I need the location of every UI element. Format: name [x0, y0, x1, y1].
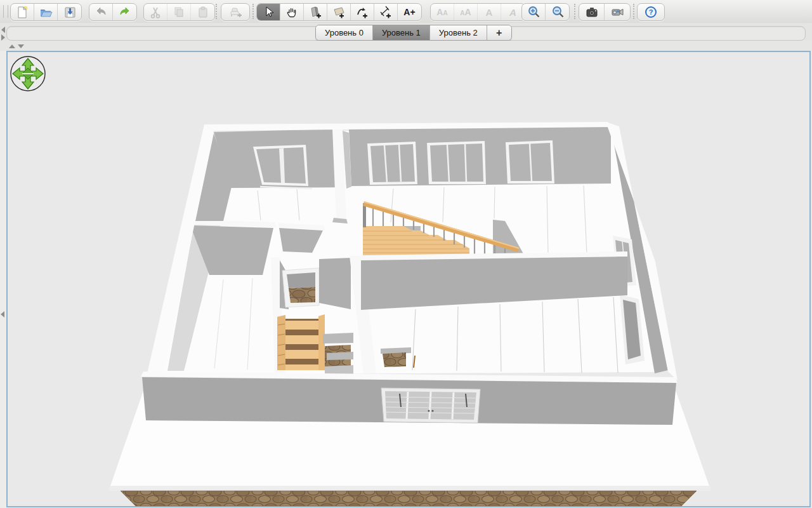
- video-camera-icon: [610, 5, 624, 19]
- collapse-up-icon[interactable]: [9, 44, 15, 48]
- toolbar-separator: [574, 4, 575, 19]
- font-decrease-icon: AA: [436, 7, 447, 17]
- open-file-button[interactable]: [34, 4, 58, 20]
- level-tabs: Уровень 0 Уровень 1 Уровень 2 +: [315, 25, 512, 41]
- zoom-in-button[interactable]: [522, 4, 546, 20]
- increase-text-size-button[interactable]: AA: [454, 4, 478, 20]
- armchair-plus-icon: [228, 5, 242, 19]
- pan-tool-button[interactable]: [280, 4, 304, 20]
- create-video-button[interactable]: [605, 4, 630, 20]
- tab-level-1[interactable]: Уровень 1: [373, 25, 430, 40]
- tab-level-0[interactable]: Уровень 0: [316, 25, 373, 40]
- polyline-plus-icon: [355, 5, 369, 19]
- back-window-3: [427, 141, 486, 184]
- italic-icon: A: [509, 7, 516, 18]
- collapse-right-icon[interactable]: [1, 34, 5, 41]
- toolbar-separator: [252, 4, 254, 19]
- tab-level-2[interactable]: Уровень 2: [430, 25, 487, 40]
- back-window-2: [367, 142, 417, 185]
- toolbar-drag-handle[interactable]: [3, 5, 8, 18]
- toolbar-group-file: [10, 3, 82, 21]
- stair-newel-post: [363, 203, 366, 227]
- paste-icon: [196, 5, 210, 19]
- toolbar-group-clipboard: [143, 3, 215, 21]
- 3d-view-panel[interactable]: [6, 51, 811, 507]
- dimension-plus-icon: [379, 5, 393, 19]
- svg-text:?: ?: [649, 8, 653, 16]
- new-file-icon: [15, 5, 29, 19]
- font-increase-icon: AA: [460, 7, 471, 17]
- toolbar-group-plan-tools: A+: [256, 3, 422, 21]
- hand-icon: [285, 5, 299, 19]
- toolbar-group-zoom: [521, 3, 570, 21]
- decrease-text-size-button[interactable]: AA: [431, 4, 454, 20]
- vertical-split-divider[interactable]: [0, 51, 6, 508]
- camera-icon: [585, 5, 599, 19]
- redo-button[interactable]: [113, 4, 136, 20]
- zoom-in-icon: [527, 5, 540, 19]
- toolbar-group-capture: [579, 3, 631, 21]
- select-tool-button[interactable]: [257, 4, 280, 20]
- back-window-4: [506, 140, 554, 184]
- toolbar-group-help: ?: [637, 3, 665, 21]
- create-walls-button[interactable]: [304, 4, 327, 20]
- zoom-out-icon: [551, 5, 565, 19]
- create-rooms-button[interactable]: [327, 4, 351, 20]
- create-dimensions-button[interactable]: [374, 4, 398, 20]
- create-polylines-button[interactable]: [351, 4, 374, 20]
- collapse-down-icon[interactable]: [18, 44, 24, 48]
- navigation-compass[interactable]: [11, 57, 45, 91]
- scissors-icon: [148, 5, 162, 19]
- add-level-button[interactable]: +: [487, 25, 511, 40]
- wall-plus-icon: [308, 5, 322, 19]
- add-furniture-button[interactable]: [221, 4, 249, 20]
- add-text-icon: A+: [403, 7, 415, 17]
- help-button[interactable]: ?: [638, 4, 664, 20]
- new-file-button[interactable]: [11, 4, 34, 20]
- bold-icon: A: [486, 7, 493, 18]
- undo-icon: [94, 5, 108, 19]
- copy-button[interactable]: [167, 4, 191, 20]
- cursor-arrow-icon: [261, 5, 275, 19]
- front-glass-door: [381, 388, 480, 423]
- bold-button[interactable]: A: [478, 4, 501, 20]
- toolbar-separator: [216, 4, 217, 19]
- lower-staircase: [277, 314, 325, 370]
- collapse-left-icon[interactable]: [1, 27, 5, 33]
- undo-button[interactable]: [89, 4, 113, 20]
- copy-icon: [172, 5, 186, 19]
- create-photo-button[interactable]: [579, 4, 605, 20]
- save-icon: [63, 5, 77, 19]
- toolbar-group-text-style: AA AA A A: [430, 3, 525, 21]
- front-wall: [141, 371, 678, 425]
- paste-button[interactable]: [191, 4, 214, 20]
- help-icon: ?: [644, 5, 658, 19]
- cut-button[interactable]: [144, 4, 167, 20]
- add-text-button[interactable]: A+: [398, 4, 421, 20]
- redo-icon: [118, 5, 132, 19]
- level-tab-bar: Уровень 0 Уровень 1 Уровень 2 +: [0, 23, 812, 41]
- back-wall-right: [349, 126, 611, 186]
- collapse-left-icon[interactable]: [1, 311, 4, 318]
- room-plus-icon: [332, 5, 346, 19]
- toolbar-group-furniture: [221, 3, 250, 21]
- toolbar: A+ AA AA A A: [0, 0, 812, 23]
- toolbar-group-history: [89, 3, 137, 21]
- 3d-scene[interactable]: [8, 52, 809, 506]
- save-file-button[interactable]: [58, 4, 81, 20]
- back-window-1: [253, 145, 312, 189]
- zoom-out-button[interactable]: [546, 4, 569, 20]
- toolbar-separator: [633, 4, 634, 19]
- horizontal-split-divider[interactable]: [0, 41, 812, 51]
- open-folder-icon: [39, 5, 53, 19]
